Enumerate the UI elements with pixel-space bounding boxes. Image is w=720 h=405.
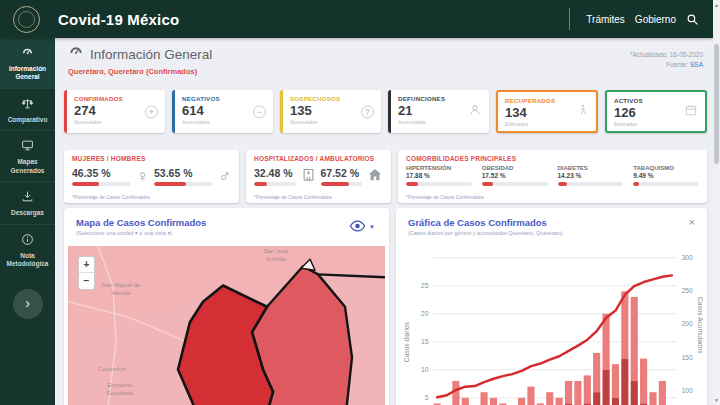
- card-confirmados: CONFIRMADOS 274 Acumulados +: [64, 90, 165, 133]
- map-zoom-control: + −: [78, 256, 95, 290]
- layer-visibility-button[interactable]: ▼: [349, 218, 375, 236]
- plus-circle-icon: +: [145, 105, 158, 118]
- svg-text:200: 200: [682, 320, 693, 327]
- zoom-out-button[interactable]: −: [79, 273, 94, 289]
- card-comorbilidades: COMORBILIDADES PRINCIPALES HIPERTENSIÓN …: [398, 150, 707, 203]
- sidebar-expand-button[interactable]: ›: [13, 289, 43, 319]
- comorbidity-progress: [482, 182, 548, 186]
- sidebar-item-informacion-general[interactable]: Información General: [0, 38, 55, 88]
- gauge-icon: [68, 44, 84, 64]
- row2: MUJERES / HOMBRES 46.35 % ♀ 53.65 % ♂ *P…: [64, 150, 707, 203]
- cases-chart[interactable]: 510152025100150200250300Casos diariosCas…: [400, 248, 703, 405]
- app-title: Covid-19 México: [58, 11, 179, 28]
- comorbidity-name: DIABETES: [558, 165, 624, 171]
- card-hospitalizados-ambulatorios: HOSPITALIZADOS / AMBULATORIOS 32.48 % 67…: [246, 150, 391, 203]
- hospitalized-progress: [254, 182, 296, 186]
- sidebar-item-comparativo[interactable]: Comparativo: [0, 88, 55, 130]
- map-panel-title: Mapa de Casos Confirmados: [76, 217, 389, 228]
- chart-svg: 510152025100150200250300Casos diariosCas…: [400, 248, 703, 405]
- covid-dashboard: Covid-19 México Trámites Gobierno ▲ ▼ In…: [0, 0, 720, 405]
- map-label-comonfort: Comonfort: [82, 366, 142, 374]
- page-title: Información General: [90, 47, 212, 62]
- download-icon: [21, 189, 34, 206]
- search-icon[interactable]: [686, 13, 699, 26]
- svg-text:100: 100: [682, 387, 693, 394]
- chevron-down-icon: ▼: [369, 224, 375, 230]
- card-label: DEFUNCIONES: [398, 95, 482, 102]
- gobierno-mexico-logo: [13, 6, 40, 33]
- card-sub: Acumulados: [74, 119, 158, 125]
- ambulatory-percentage: 67.52 %: [321, 167, 363, 179]
- comorbidity-diabetes: DIABETES 14.23 %: [558, 165, 624, 186]
- card-mujeres-hombres: MUJERES / HOMBRES 46.35 % ♀ 53.65 % ♂ *P…: [64, 150, 239, 203]
- hospitalized-percentage: 32.48 %: [254, 167, 296, 179]
- stat-cards-row: CONFIRMADOS 274 Acumulados + NEGATIVOS 6…: [64, 90, 707, 133]
- sidebar-item-label: Comparativo: [2, 116, 53, 124]
- card-sub: Acumulados: [182, 119, 266, 125]
- close-icon[interactable]: ×: [689, 216, 695, 228]
- comorbidity-name: HIPERTENSIÓN: [406, 165, 472, 171]
- sidebar-item-label: Mapas Generados: [2, 158, 53, 175]
- sidebar-item-nota-metodologica[interactable]: Nota Metodológica: [0, 224, 55, 275]
- svg-text:250: 250: [682, 287, 693, 294]
- svg-text:150: 150: [682, 354, 693, 361]
- male-progress: [154, 182, 213, 186]
- sidebar-item-label: Nota Metodológica: [2, 252, 53, 269]
- sidebar-item-descargas[interactable]: Descargas: [0, 181, 55, 223]
- comorbidity-tabaquismo: TABAQUISMO 9.49 %: [633, 165, 699, 186]
- tramites-link[interactable]: Trámites: [586, 14, 625, 25]
- zoom-in-button[interactable]: +: [79, 257, 94, 273]
- male-percentage: 53.65 %: [154, 167, 213, 179]
- chart-panel: Gráfica de Casos Confirmados (Casos diar…: [396, 208, 707, 405]
- comorbidity-pct: 9.49 %: [633, 172, 699, 179]
- card-title: COMORBILIDADES PRINCIPALES: [406, 155, 699, 162]
- chart-panel-subtitle: (Casos diarios por género y acumulados Q…: [408, 230, 707, 236]
- card-title: MUJERES / HOMBRES: [72, 155, 231, 162]
- card-title: HOSPITALIZADOS / AMBULATORIOS: [254, 155, 383, 162]
- female-icon: ♀: [136, 168, 149, 185]
- comorbidity-obesidad: OBESIDAD 17.52 %: [482, 165, 548, 186]
- scrollbar-thumb[interactable]: [714, 44, 719, 164]
- svg-text:Casos diarios: Casos diarios: [403, 321, 410, 362]
- sidebar-item-label: Información General: [2, 65, 53, 82]
- comorbidity-name: TABAQUISMO: [633, 165, 699, 171]
- comorbidity-pct: 17.88 %: [406, 172, 472, 179]
- source-label: Fuente:: [666, 61, 688, 68]
- chart-panel-title: Gráfica de Casos Confirmados: [408, 217, 707, 228]
- top-header: Covid-19 México Trámites Gobierno: [0, 0, 713, 38]
- card-activos: ACTIVOS 126 Estimados: [605, 90, 707, 133]
- balance-scale-icon: [21, 96, 34, 113]
- svg-text:25: 25: [421, 282, 429, 289]
- card-label: CONFIRMADOS: [74, 95, 158, 102]
- page-head: Información General Querétaro, Queretaro…: [68, 44, 212, 76]
- card-label: NEGATIVOS: [182, 95, 266, 102]
- comorbidity-name: OBESIDAD: [482, 165, 548, 171]
- female-percentage: 46.35 %: [72, 167, 131, 179]
- page-scrollbar[interactable]: ▲ ▼: [713, 0, 720, 405]
- source-link[interactable]: SSA: [690, 61, 703, 68]
- svg-text:Casos Acumulados: Casos Acumulados: [697, 297, 703, 354]
- gauge-icon: [21, 45, 34, 62]
- comorbidity-hipertension: HIPERTENSIÓN 17.88 %: [406, 165, 472, 186]
- card-footnote: *Porcentaje de Casos Confirmados: [254, 194, 332, 200]
- scroll-down-icon[interactable]: ▼: [713, 397, 720, 403]
- card-label: SOSPECHOSOS: [290, 95, 374, 102]
- bottom-panels: Mapa de Casos Confirmados (Seleccione un…: [64, 208, 707, 405]
- svg-text:5: 5: [425, 394, 429, 401]
- card-negativos: NEGATIVOS 614 Acumulados −: [172, 90, 273, 133]
- card-defunciones: DEFUNCIONES 21 Acumuladas: [388, 90, 489, 133]
- svg-text:15: 15: [421, 338, 429, 345]
- map-canvas[interactable]: + − San José Iturbide San Miguel de Alle…: [68, 246, 385, 405]
- info-icon: [21, 232, 34, 249]
- comorbidity-progress: [558, 182, 624, 186]
- card-footnote: *Porcentaje de Casos Confirmados: [406, 194, 484, 200]
- sidebar-item-mapas-generados[interactable]: Mapas Generados: [0, 130, 55, 181]
- gobierno-link[interactable]: Gobierno: [635, 14, 676, 25]
- sidebar: Información General Comparativo Mapas Ge…: [0, 38, 55, 405]
- female-progress: [72, 182, 131, 186]
- page-meta: *Actualizado: 16-05-2020 Fuente: SSA: [630, 50, 703, 71]
- scroll-up-icon[interactable]: ▲: [713, 2, 720, 8]
- question-circle-icon: ?: [361, 105, 374, 118]
- page-subtitle: Querétaro, Queretaro (Confirmados): [68, 67, 212, 76]
- ambulatory-progress: [321, 182, 363, 186]
